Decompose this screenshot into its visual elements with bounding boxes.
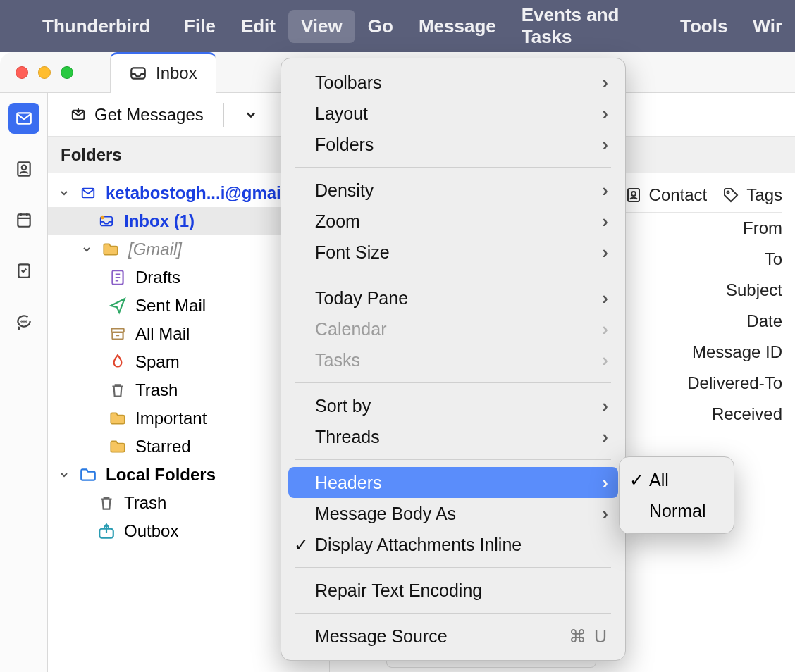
outbox-icon — [97, 523, 116, 539]
menu-item-sort-by[interactable]: Sort by› — [281, 390, 625, 421]
menu-window-truncated[interactable]: Wir — [740, 10, 795, 43]
menu-item-headers[interactable]: Headers› — [288, 467, 618, 498]
menu-item-folders[interactable]: Folders› — [281, 129, 625, 160]
macos-menubar: Thunderbird File Edit View Go Message Ev… — [0, 0, 795, 52]
space-chat[interactable] — [8, 306, 39, 337]
folder-icon — [79, 467, 97, 483]
window-close[interactable] — [16, 66, 28, 79]
contact-button[interactable]: Contact — [625, 185, 708, 205]
inbox-icon — [129, 66, 147, 81]
folder-label: Sent Mail — [135, 296, 206, 316]
menu-item-threads[interactable]: Threads› — [281, 421, 625, 452]
submenu-item-normal[interactable]: Normal — [620, 495, 734, 526]
svg-point-12 — [101, 216, 105, 220]
spaces-toolbar — [0, 93, 48, 672]
space-mail[interactable] — [8, 103, 39, 134]
folder-label: Local Folders — [106, 465, 216, 485]
folder-label: Trash — [135, 380, 178, 400]
folder-icon — [109, 411, 127, 426]
window-zoom[interactable] — [61, 66, 73, 79]
menu-item-zoom[interactable]: Zoom› — [281, 206, 625, 237]
tags-button[interactable]: Tags — [722, 185, 782, 205]
menu-edit[interactable]: Edit — [228, 10, 288, 43]
folder-label: Outbox — [124, 521, 178, 541]
tab-label: Inbox — [156, 63, 197, 83]
chevron-down-icon — [58, 469, 70, 480]
get-messages-button[interactable]: Get Messages — [63, 101, 209, 129]
menu-item-density[interactable]: Density› — [281, 175, 625, 206]
contact-label: Contact — [649, 185, 708, 205]
folder-label: Trash — [124, 493, 166, 513]
menu-file[interactable]: File — [171, 10, 228, 43]
space-calendar[interactable] — [8, 204, 39, 235]
window-minimize[interactable] — [38, 66, 51, 79]
menu-message[interactable]: Message — [406, 10, 509, 43]
chevron-down-icon — [80, 244, 93, 255]
menu-item-today-pane[interactable]: Today Pane› — [281, 282, 625, 313]
space-address-book[interactable] — [8, 154, 39, 185]
spam-icon — [109, 354, 127, 370]
sent-icon — [109, 298, 127, 313]
folder-label: Inbox (1) — [124, 211, 195, 231]
view-menu-dropdown: Toolbars› Layout› Folders› Density› Zoom… — [281, 58, 626, 661]
tab-inbox[interactable]: Inbox — [110, 52, 216, 93]
get-messages-label: Get Messages — [94, 105, 204, 125]
folder-label: Important — [135, 409, 207, 428]
svg-point-18 — [631, 192, 636, 196]
folder-label: Starred — [135, 437, 191, 456]
svg-rect-4 — [18, 214, 30, 226]
get-messages-chevron[interactable] — [238, 104, 264, 126]
trash-icon — [97, 495, 116, 511]
menu-item-tasks: Tasks› — [281, 344, 625, 375]
menu-item-display-attachments-inline[interactable]: ✓Display Attachments Inline — [281, 529, 625, 560]
app-name: Thunderbird — [42, 15, 150, 37]
menu-view[interactable]: View — [288, 10, 355, 43]
folder-label: All Mail — [135, 324, 190, 344]
inbox-icon — [97, 213, 116, 229]
trash-icon — [109, 382, 127, 398]
submenu-item-all[interactable]: ✓All — [620, 464, 734, 495]
traffic-lights — [0, 66, 89, 79]
separator — [223, 103, 224, 127]
folder-label: [Gmail] — [128, 239, 182, 259]
mail-account-icon — [79, 185, 97, 201]
svg-point-3 — [21, 166, 26, 170]
menu-item-toolbars[interactable]: Toolbars› — [281, 67, 625, 98]
svg-point-8 — [25, 321, 26, 321]
svg-point-6 — [21, 321, 22, 321]
folder-label: Spam — [135, 352, 180, 372]
menu-events-tasks[interactable]: Events and Tasks — [509, 0, 667, 54]
svg-point-7 — [23, 321, 24, 321]
folder-icon — [101, 242, 120, 257]
menu-item-repair-text-encoding[interactable]: Repair Text Encoding — [281, 575, 625, 606]
menu-item-font-size[interactable]: Font Size› — [281, 237, 625, 268]
menu-item-message-body-as[interactable]: Message Body As› — [281, 498, 625, 529]
menu-item-message-source[interactable]: Message Source⌘ U — [281, 621, 625, 652]
drafts-icon — [109, 270, 127, 285]
menu-item-calendar: Calendar› — [281, 313, 625, 344]
chevron-down-icon — [58, 187, 70, 199]
menu-item-layout[interactable]: Layout› — [281, 98, 625, 129]
menu-go[interactable]: Go — [355, 10, 406, 43]
menu-tools[interactable]: Tools — [667, 10, 740, 43]
headers-submenu: ✓All Normal — [619, 456, 734, 534]
tags-label: Tags — [746, 185, 782, 205]
svg-point-19 — [727, 191, 729, 193]
folder-label: Drafts — [135, 268, 180, 287]
folders-header-label: Folders — [61, 145, 122, 165]
account-label: ketabostogh...i@gmail — [106, 183, 285, 203]
folder-icon — [109, 439, 127, 454]
archive-icon — [109, 326, 127, 342]
space-tasks[interactable] — [8, 255, 39, 286]
